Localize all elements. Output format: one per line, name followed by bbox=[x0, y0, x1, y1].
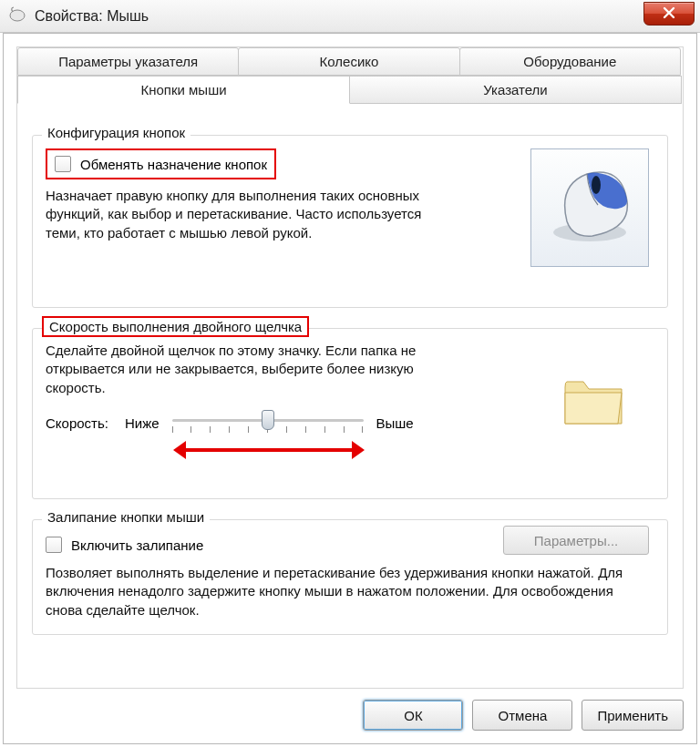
tab-wheel[interactable]: Колесико bbox=[238, 47, 459, 76]
cancel-button[interactable]: Отмена bbox=[472, 700, 572, 731]
window-title: Свойства: Мышь bbox=[35, 8, 149, 25]
swap-buttons-desc: Назначает правую кнопку для выполнения т… bbox=[46, 187, 438, 242]
speed-label: Скорость: bbox=[46, 415, 108, 431]
ok-button[interactable]: ОК bbox=[363, 700, 463, 731]
clicklock-checkbox[interactable] bbox=[46, 537, 62, 553]
tab-pointers[interactable]: Указатели bbox=[349, 76, 682, 104]
group-button-config: Конфигурация кнопок Обменять назначение … bbox=[32, 135, 668, 308]
tab-pointer-options[interactable]: Параметры указателя bbox=[17, 47, 239, 76]
folder-test-icon[interactable] bbox=[540, 351, 649, 451]
clicklock-label: Включить залипание bbox=[71, 537, 203, 553]
close-icon bbox=[663, 6, 675, 22]
svg-point-2 bbox=[592, 176, 601, 194]
double-click-desc: Сделайте двойной щелчок по этому значку.… bbox=[46, 342, 428, 397]
group-double-click: Скорость выполнения двойного щелчка Сдел… bbox=[32, 328, 668, 499]
titlebar: Свойства: Мышь bbox=[0, 0, 700, 33]
dialog-buttons: ОК Отмена Применить bbox=[363, 700, 684, 731]
speed-slider-thumb[interactable] bbox=[262, 410, 274, 430]
dialog-client: Параметры указателя Колесико Оборудовани… bbox=[3, 33, 697, 744]
tab-body-buttons: Конфигурация кнопок Обменять назначение … bbox=[17, 113, 683, 688]
annotation-arrow bbox=[173, 441, 365, 459]
tabs-row-2: Кнопки мыши Указатели bbox=[17, 76, 683, 104]
swap-buttons-row: Обменять назначение кнопок bbox=[46, 148, 276, 179]
swap-buttons-checkbox[interactable] bbox=[55, 156, 71, 172]
speed-high-label: Выше bbox=[376, 415, 414, 431]
mouse-illustration bbox=[530, 148, 649, 267]
clicklock-settings-label: Параметры... bbox=[534, 533, 618, 548]
clicklock-desc: Позволяет выполнять выделение и перетаск… bbox=[46, 564, 629, 619]
tab-buttons[interactable]: Кнопки мыши bbox=[17, 76, 350, 104]
group-button-config-legend: Конфигурация кнопок bbox=[42, 125, 190, 140]
swap-buttons-label: Обменять назначение кнопок bbox=[80, 157, 267, 172]
mouse-icon bbox=[7, 6, 27, 26]
apply-button[interactable]: Применить bbox=[582, 700, 684, 731]
speed-slider[interactable] bbox=[172, 410, 364, 437]
tab-control: Параметры указателя Колесико Оборудовани… bbox=[16, 46, 684, 689]
speed-low-label: Ниже bbox=[125, 415, 160, 431]
close-button[interactable] bbox=[643, 2, 695, 26]
tabs-row-1: Параметры указателя Колесико Оборудовани… bbox=[17, 47, 683, 76]
clicklock-settings-button: Параметры... bbox=[503, 526, 649, 555]
group-clicklock-legend: Залипание кнопки мыши bbox=[42, 509, 210, 525]
tab-hardware[interactable]: Оборудование bbox=[459, 47, 681, 76]
group-double-click-legend: Скорость выполнения двойного щелчка bbox=[42, 316, 309, 337]
group-clicklock: Залипание кнопки мыши Включить залипание… bbox=[32, 519, 668, 635]
